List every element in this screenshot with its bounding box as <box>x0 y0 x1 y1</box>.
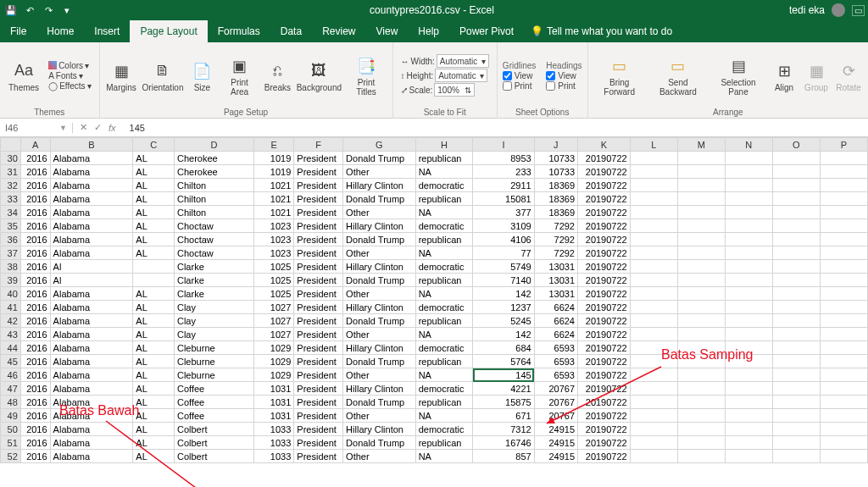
cell[interactable] <box>772 328 820 341</box>
cell[interactable] <box>630 233 677 246</box>
cell[interactable]: 142 <box>473 287 534 301</box>
cell[interactable]: Donald Trump <box>343 355 416 368</box>
cell[interactable]: 857 <box>473 450 534 463</box>
print-area-button[interactable]: ▣Print Area <box>220 53 259 98</box>
row-header[interactable]: 37 <box>1 246 21 260</box>
column-header[interactable]: H <box>415 138 473 152</box>
cell[interactable]: Alabama <box>50 206 133 219</box>
cell[interactable] <box>820 450 867 463</box>
tab-view[interactable]: View <box>366 20 409 42</box>
cell[interactable]: Cleburne <box>174 368 253 382</box>
cell[interactable] <box>772 368 820 382</box>
cell[interactable]: Alabama <box>50 382 133 396</box>
cell[interactable]: President <box>294 287 343 301</box>
cell[interactable] <box>772 436 820 450</box>
cell[interactable]: 1031 <box>254 396 294 409</box>
cell[interactable]: Alabama <box>50 192 133 206</box>
cell[interactable]: AL <box>133 301 175 314</box>
cell[interactable]: republican <box>415 314 473 328</box>
cell[interactable]: NA <box>415 206 473 219</box>
row-header[interactable]: 40 <box>1 287 21 301</box>
cell[interactable]: 2016 <box>20 152 50 165</box>
themes-button[interactable]: AaThemes <box>5 58 42 94</box>
cell[interactable] <box>725 328 772 341</box>
cell[interactable]: Clarke <box>174 260 253 274</box>
cell[interactable]: democratic <box>415 260 473 274</box>
column-header[interactable]: K <box>578 138 631 152</box>
cell[interactable]: President <box>294 206 343 219</box>
cell[interactable] <box>772 246 820 260</box>
cell[interactable] <box>772 314 820 328</box>
cell[interactable]: Donald Trump <box>343 314 416 328</box>
cell[interactable]: 1027 <box>254 328 294 341</box>
cell[interactable] <box>725 274 772 287</box>
cell[interactable]: 20767 <box>534 396 577 409</box>
cell[interactable] <box>677 409 725 423</box>
cell[interactable] <box>630 152 677 165</box>
cell[interactable]: 1021 <box>254 192 294 206</box>
cell[interactable]: President <box>294 165 343 179</box>
cell[interactable] <box>725 355 772 368</box>
cell[interactable]: 2016 <box>20 206 50 219</box>
cell[interactable]: 7292 <box>534 233 577 246</box>
cell[interactable]: democratic <box>415 341 473 355</box>
cell[interactable]: 6624 <box>534 314 577 328</box>
name-box[interactable]: I46▼ <box>0 123 73 133</box>
cell[interactable]: President <box>294 355 343 368</box>
effects-button[interactable]: ◯Effects ▾ <box>46 81 93 91</box>
undo-icon[interactable]: ↶ <box>22 5 37 16</box>
cell[interactable] <box>677 233 725 246</box>
cell[interactable] <box>820 165 867 179</box>
row-header[interactable]: 48 <box>1 396 21 409</box>
cell[interactable] <box>820 341 867 355</box>
cell[interactable] <box>677 450 725 463</box>
cell[interactable] <box>677 152 725 165</box>
cell[interactable]: 5764 <box>473 355 534 368</box>
cell[interactable]: 20190722 <box>578 368 631 382</box>
cell[interactable]: Alabama <box>50 152 133 165</box>
cell[interactable]: 1033 <box>254 436 294 450</box>
cell[interactable]: 2016 <box>20 450 50 463</box>
cell[interactable]: 18369 <box>534 192 577 206</box>
cell[interactable] <box>772 287 820 301</box>
cell[interactable]: Alabama <box>50 341 133 355</box>
cell[interactable]: President <box>294 179 343 192</box>
cell[interactable]: Chilton <box>174 206 253 219</box>
cell[interactable] <box>677 274 725 287</box>
cell[interactable]: 1025 <box>254 274 294 287</box>
user-name[interactable]: tedi eka <box>789 4 825 16</box>
cell[interactable] <box>630 192 677 206</box>
cell[interactable] <box>820 328 867 341</box>
cell[interactable]: AL <box>133 219 175 233</box>
cell[interactable]: 2016 <box>20 260 50 274</box>
cell[interactable] <box>725 423 772 436</box>
column-header[interactable]: G <box>343 138 416 152</box>
tab-review[interactable]: Review <box>312 20 365 42</box>
cell[interactable] <box>725 314 772 328</box>
ribbon-display-icon[interactable]: ▭ <box>852 5 865 16</box>
cell[interactable]: republican <box>415 233 473 246</box>
cell[interactable] <box>820 301 867 314</box>
cell[interactable] <box>725 179 772 192</box>
cell[interactable] <box>630 382 677 396</box>
cell[interactable] <box>772 179 820 192</box>
cell[interactable]: Hillary Clinton <box>343 219 416 233</box>
cell[interactable]: 24915 <box>534 436 577 450</box>
cell[interactable] <box>630 450 677 463</box>
cell[interactable]: 20190722 <box>578 219 631 233</box>
cell[interactable] <box>725 287 772 301</box>
cell[interactable]: Hillary Clinton <box>343 423 416 436</box>
tab-formulas[interactable]: Formulas <box>208 20 270 42</box>
column-header[interactable]: N <box>725 138 772 152</box>
cell[interactable]: Donald Trump <box>343 274 416 287</box>
cell[interactable]: Hillary Clinton <box>343 341 416 355</box>
save-icon[interactable]: 💾 <box>3 5 19 16</box>
gridlines-print-checkbox[interactable]: Print <box>503 81 536 91</box>
cell[interactable]: 20190722 <box>578 233 631 246</box>
cell[interactable] <box>772 219 820 233</box>
cell[interactable]: President <box>294 152 343 165</box>
cell[interactable]: AL <box>133 423 175 436</box>
row-header[interactable]: 51 <box>1 436 21 450</box>
cell[interactable]: 2911 <box>473 179 534 192</box>
cell[interactable] <box>772 341 820 355</box>
